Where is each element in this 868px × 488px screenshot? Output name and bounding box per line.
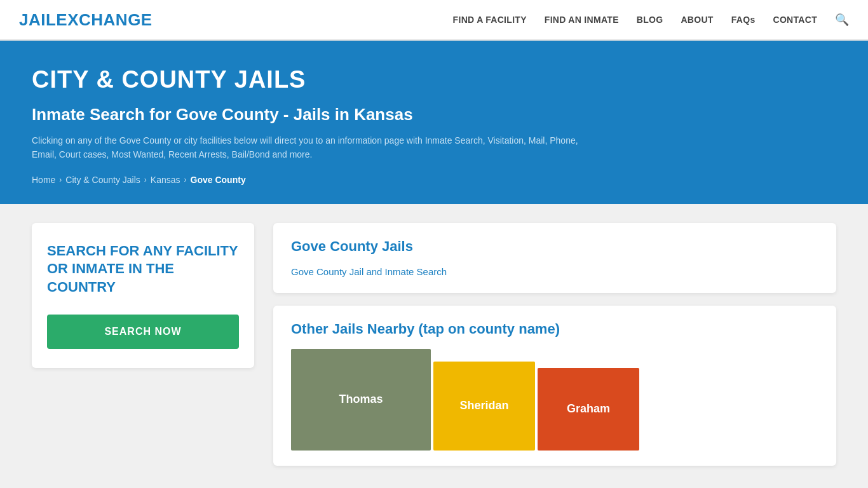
nearby-jails-title: Other Jails Nearby (tap on county name): [291, 321, 818, 337]
search-card: SEARCH FOR ANY FACILITY OR INMATE IN THE…: [32, 223, 254, 368]
nearby-jails-card: Other Jails Nearby (tap on county name) …: [273, 306, 836, 466]
logo-jail: JAIL: [19, 10, 56, 29]
gove-jails-title: Gove County Jails: [291, 238, 818, 255]
page-title: CITY & COUNTY JAILS: [32, 66, 836, 93]
nav-about[interactable]: ABOUT: [681, 15, 713, 25]
nav-blog[interactable]: BLOG: [637, 15, 663, 25]
county-graham[interactable]: Graham: [538, 368, 639, 451]
gove-jail-link[interactable]: Gove County Jail and Inmate Search: [291, 266, 447, 277]
main-nav: FIND A FACILITY FIND AN INMATE BLOG ABOU…: [453, 13, 849, 27]
nav-find-facility[interactable]: FIND A FACILITY: [453, 15, 527, 25]
county-thomas[interactable]: Thomas: [291, 349, 431, 451]
breadcrumb-current: Gove County: [191, 175, 246, 185]
nav-contact[interactable]: CONTACT: [773, 15, 818, 25]
breadcrumb-state[interactable]: Kansas: [151, 175, 180, 185]
logo-exchange: EXCHANGE: [56, 10, 152, 29]
breadcrumb: Home › City & County Jails › Kansas › Go…: [32, 175, 836, 185]
hero-section: CITY & COUNTY JAILS Inmate Search for Go…: [0, 41, 868, 204]
county-sheridan-label: Sheridan: [459, 399, 508, 412]
page-subtitle: Inmate Search for Gove County - Jails in…: [32, 105, 836, 125]
search-card-heading: SEARCH FOR ANY FACILITY OR INMATE IN THE…: [47, 242, 239, 297]
search-now-button[interactable]: SEARCH NOW: [47, 315, 239, 349]
breadcrumb-sep-3: ›: [184, 175, 187, 184]
search-icon[interactable]: 🔍: [835, 13, 849, 27]
right-panel: Gove County Jails Gove County Jail and I…: [273, 223, 836, 466]
gove-jails-card: Gove County Jails Gove County Jail and I…: [273, 223, 836, 293]
breadcrumb-home[interactable]: Home: [32, 175, 55, 185]
breadcrumb-city-county[interactable]: City & County Jails: [65, 175, 140, 185]
county-thomas-label: Thomas: [339, 393, 383, 406]
nav-find-inmate[interactable]: FIND AN INMATE: [545, 15, 619, 25]
county-sheridan[interactable]: Sheridan: [433, 362, 535, 451]
breadcrumb-sep-1: ›: [59, 175, 62, 184]
site-header: JAILEXCHANGE FIND A FACILITY FIND AN INM…: [0, 0, 868, 41]
county-graham-label: Graham: [567, 402, 610, 416]
site-logo[interactable]: JAILEXCHANGE: [19, 10, 153, 30]
breadcrumb-sep-2: ›: [144, 175, 147, 184]
nav-faqs[interactable]: FAQs: [731, 15, 756, 25]
nearby-map: Thomas Sheridan Graham: [291, 349, 818, 451]
main-content: SEARCH FOR ANY FACILITY OR INMATE IN THE…: [0, 204, 868, 485]
hero-description: Clicking on any of the Gove County or ci…: [32, 133, 604, 162]
